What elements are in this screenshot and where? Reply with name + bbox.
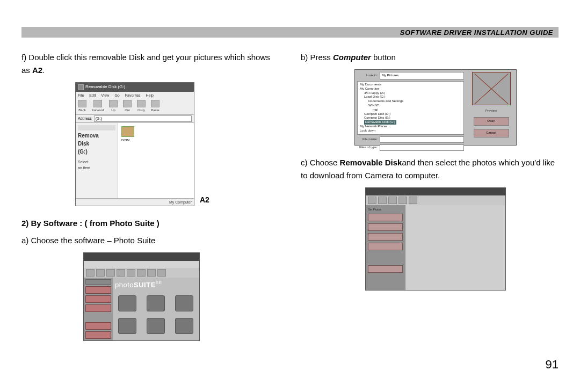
open-dialog-left: Look in: My Pictures My Documents My Com…: [355, 70, 466, 145]
menu-edit[interactable]: Edit: [89, 92, 96, 98]
logo-photo: photo: [115, 281, 134, 289]
tree-item[interactable]: My Computer: [360, 87, 461, 91]
forward-button[interactable]: Forward: [92, 100, 104, 113]
pane-banner: [78, 125, 115, 130]
toolbar-button[interactable]: [157, 269, 166, 277]
photosuite-logo: photoSUITESE: [115, 280, 197, 291]
a2-right-pane: DCIM: [118, 123, 194, 198]
sidebar-button[interactable]: [368, 223, 403, 231]
a2-address-bar: Address (G:): [76, 115, 194, 123]
figure-a2-explorer-window: Removable Disk (G:) File Edit View Go Fa…: [75, 82, 194, 206]
step-f-text-post: .: [42, 66, 45, 75]
feature-icon[interactable]: [175, 295, 193, 311]
open-button[interactable]: Open: [474, 117, 509, 126]
cut-icon: [123, 100, 132, 107]
toolbar-button[interactable]: [409, 197, 417, 204]
sidebar-heading: Get Photos: [368, 207, 403, 212]
toolbar-button[interactable]: [127, 269, 135, 277]
filename-input[interactable]: [380, 136, 464, 143]
figure-a2-label: A2: [200, 194, 209, 206]
step-f: f) Double click this removable Disk and …: [21, 51, 279, 77]
tree-item[interactable]: Look down: [360, 129, 461, 133]
up-button[interactable]: Up: [109, 100, 118, 113]
filetype-combo[interactable]: [380, 144, 464, 151]
tree-item[interactable]: WINNT: [360, 104, 461, 108]
sidebar-button[interactable]: [368, 233, 403, 241]
feature-icon[interactable]: [175, 318, 193, 334]
section-2-heading: 2) By Software : ( from Photo Suite ): [21, 217, 279, 230]
folder-tree[interactable]: My Documents My Computer 3½ Floppy (A:) …: [357, 81, 464, 135]
menu-help[interactable]: Help: [146, 92, 154, 98]
step-b-bold: Computer: [333, 53, 371, 62]
sidebar-button[interactable]: [368, 243, 403, 250]
a2-titlebar: Removable Disk (G:): [76, 83, 194, 92]
sidebar-item[interactable]: [85, 279, 111, 285]
toolbar-button[interactable]: [86, 269, 95, 277]
feature-icon[interactable]: [118, 295, 136, 311]
ps-menu-item[interactable]: [86, 262, 87, 267]
folder-label: DCIM: [121, 138, 191, 143]
ps-sidebar: [84, 278, 113, 340]
toolbar-button[interactable]: [96, 269, 105, 277]
sidebar-button[interactable]: [85, 322, 111, 330]
address-input[interactable]: (G:): [94, 115, 192, 122]
toolbar-button[interactable]: [398, 197, 407, 204]
tree-item[interactable]: Compact Disc (D:): [360, 112, 461, 117]
paste-icon: [151, 100, 160, 107]
tree-item[interactable]: My Network Places: [360, 125, 461, 129]
a2-left-pane: Remova Disk (G:) Select an item: [76, 123, 118, 198]
feature-icon[interactable]: [147, 318, 165, 334]
paste-button[interactable]: Paste: [151, 100, 160, 113]
ps-body: photoSUITESE: [84, 278, 199, 340]
menu-favorites[interactable]: Favorites: [125, 92, 141, 98]
address-value: (G:): [96, 115, 102, 121]
toolbar-button[interactable]: [147, 269, 156, 277]
dl-sidebar: Get Photos: [366, 205, 405, 290]
toolbar-button[interactable]: [388, 197, 397, 204]
feature-icon[interactable]: [147, 295, 165, 311]
filename-label: File name:: [357, 137, 378, 142]
figure-photosuite-window: photoSUITESE: [83, 252, 200, 341]
tree-item[interactable]: My Documents: [360, 83, 461, 87]
menu-go[interactable]: Go: [114, 92, 119, 98]
toolbar-button[interactable]: [378, 197, 387, 204]
preview-box: [472, 72, 511, 105]
toolbar-button[interactable]: [106, 269, 115, 277]
folder-icon[interactable]: [121, 126, 134, 137]
step-f-ref: A2: [32, 66, 42, 75]
toolbar-button[interactable]: [117, 269, 125, 277]
menu-file[interactable]: File: [78, 92, 84, 98]
copy-button[interactable]: Copy: [137, 100, 146, 113]
dl-toolbar: [366, 195, 505, 205]
header-bar: Software Driver Installation Guide: [21, 27, 559, 38]
tree-item-selected[interactable]: Removable Disk (G:): [360, 120, 461, 125]
sidebar-button[interactable]: [85, 286, 111, 294]
cut-button[interactable]: Cut: [123, 100, 132, 113]
sidebar-button[interactable]: [85, 304, 111, 312]
tree-item[interactable]: Compact Disc (E:): [360, 116, 461, 120]
sidebar-button[interactable]: [85, 331, 111, 339]
lookin-row: Look in: My Pictures: [357, 72, 464, 79]
toolbar-button[interactable]: [137, 269, 146, 277]
disk-icon: [78, 84, 84, 90]
back-button[interactable]: Back: [78, 100, 86, 113]
hint-1: Select: [78, 159, 115, 165]
sidebar-button[interactable]: [85, 295, 111, 303]
sidebar-button[interactable]: [368, 265, 403, 273]
a2-body: Remova Disk (G:) Select an item DCIM: [76, 123, 194, 198]
toolbar-button[interactable]: [368, 197, 376, 204]
menu-view[interactable]: View: [101, 92, 109, 98]
tree-item[interactable]: Local Disk (C:): [360, 95, 461, 99]
feature-icon[interactable]: [118, 318, 136, 334]
tree-item[interactable]: 3½ Floppy (A:): [360, 91, 461, 96]
step-f-text: f) Double click this removable Disk and …: [21, 53, 270, 75]
tree-item[interactable]: mgi: [360, 108, 461, 112]
tree-item[interactable]: Documents and Settings: [360, 99, 461, 104]
sidebar-button[interactable]: [368, 214, 403, 221]
lookin-combo[interactable]: My Pictures: [380, 72, 464, 79]
dl-body: Get Photos: [366, 205, 505, 290]
manual-page: Software Driver Installation Guide f) Do…: [21, 0, 559, 341]
cancel-button[interactable]: Cancel: [474, 129, 509, 137]
disk-name-2: Disk: [78, 141, 115, 147]
two-column-layout: f) Double click this removable Disk and …: [21, 51, 559, 341]
